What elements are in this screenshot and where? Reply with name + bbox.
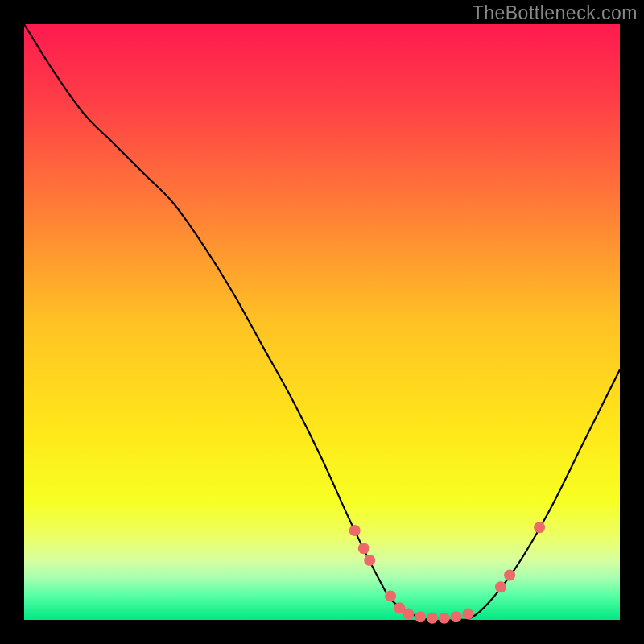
chart-marker xyxy=(349,525,361,536)
chart-marker xyxy=(451,611,462,622)
chart-marker xyxy=(402,609,414,620)
chart-marker xyxy=(534,522,545,533)
chart-marker xyxy=(504,570,515,581)
chart-marker xyxy=(415,611,426,622)
chart-marker xyxy=(358,543,369,554)
chart-marker xyxy=(462,609,473,620)
chart-marker xyxy=(385,590,396,601)
watermark-text: TheBottleneck.com xyxy=(473,2,638,24)
chart-marker xyxy=(439,613,450,624)
chart-marker xyxy=(427,613,438,624)
chart-marker xyxy=(364,555,375,566)
chart-marker xyxy=(495,581,506,592)
bottleneck-chart xyxy=(0,0,644,644)
plot-background xyxy=(24,24,620,620)
